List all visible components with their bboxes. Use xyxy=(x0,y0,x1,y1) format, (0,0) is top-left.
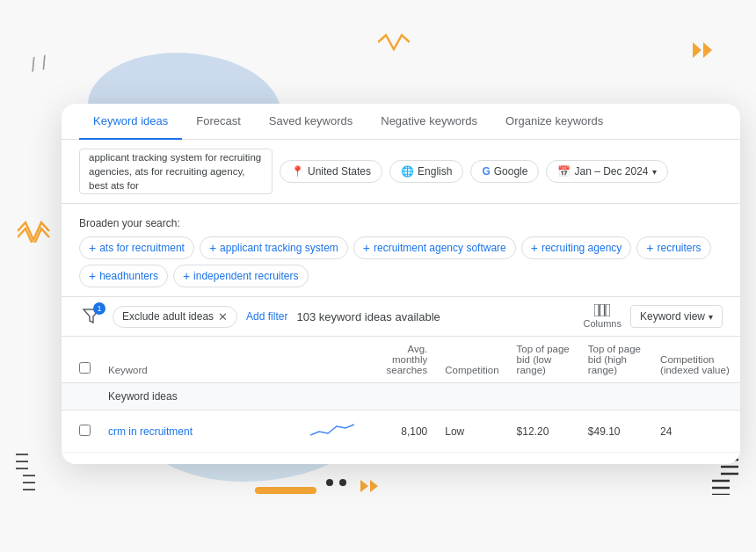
chip-recruitment-software[interactable]: + recruitment agency software xyxy=(353,236,516,259)
location-label: United States xyxy=(308,165,371,178)
keyword-cell: crm in recruitment xyxy=(99,410,302,453)
plus-icon: + xyxy=(531,241,538,255)
language-label: English xyxy=(418,165,452,178)
tabs-bar: Keyword ideas Forecast Saved keywords Ne… xyxy=(62,104,740,140)
tab-keyword-ideas[interactable]: Keyword ideas xyxy=(79,104,182,140)
section-label: Keyword ideas xyxy=(99,383,740,410)
keyword-view-button[interactable]: Keyword view ▾ xyxy=(630,305,723,328)
table-row: recruitment agency software 1,600 Low $1… xyxy=(62,453,740,465)
chip-independent-recruiters[interactable]: + independent recruiters xyxy=(173,265,309,287)
svg-rect-19 xyxy=(600,304,605,316)
tab-saved-keywords[interactable]: Saved keywords xyxy=(255,104,367,140)
deco-arrows-bottom xyxy=(360,480,389,496)
keyword-cell: recruitment agency software xyxy=(99,453,302,465)
chip-label: recruiters xyxy=(658,242,701,254)
chip-label: headhunters xyxy=(99,270,158,282)
date-filter[interactable]: 📅 Jan – Dec 2024 ▾ xyxy=(546,160,667,183)
filter-count: 1 xyxy=(93,302,105,315)
row-select-checkbox[interactable] xyxy=(79,425,91,436)
row-checkbox xyxy=(62,410,99,453)
deco-lines-right xyxy=(703,458,740,499)
location-icon: 📍 xyxy=(291,165,304,178)
calendar-icon: 📅 xyxy=(557,165,571,178)
columns-button[interactable]: Columns xyxy=(584,304,622,329)
plus-icon: + xyxy=(646,241,653,255)
toolbar-row: 1 Exclude adult ideas ✕ Add filter 103 k… xyxy=(62,297,740,337)
network-filter[interactable]: G Google xyxy=(470,160,539,183)
chip-ats-recruitment[interactable]: + ats for recruitment xyxy=(79,236,194,259)
bid-low-cell: $11.79 xyxy=(508,453,579,465)
ideas-count: 103 keyword ideas available xyxy=(296,310,574,323)
svg-point-15 xyxy=(339,479,346,486)
th-top-low[interactable]: Top of page bid (low range) xyxy=(508,337,579,383)
th-checkbox xyxy=(62,337,99,383)
bid-low-cell: $12.20 xyxy=(508,410,579,453)
exclude-adult-pill[interactable]: Exclude adult ideas ✕ xyxy=(113,306,237,328)
chip-label: applicant tracking system xyxy=(220,242,338,254)
deco-zigzag-left xyxy=(18,220,51,248)
competition-cell: Low xyxy=(436,410,507,453)
broaden-chips: + ats for recruitment + applicant tracki… xyxy=(79,236,723,287)
google-icon: G xyxy=(482,165,490,178)
chip-label: recruiting agency xyxy=(542,242,622,254)
th-comp-index[interactable]: Competition (indexed value) xyxy=(651,337,740,383)
chip-recruiting-agency[interactable]: + recruiting agency xyxy=(521,236,632,259)
plus-icon: + xyxy=(209,241,216,255)
bid-high-cell: $49.10 xyxy=(579,410,651,453)
deco-lines-left xyxy=(16,450,51,499)
chip-recruiters[interactable]: + recruiters xyxy=(636,236,710,259)
chip-label: recruitment agency software xyxy=(374,242,506,254)
svg-marker-0 xyxy=(693,42,701,58)
keyword-link[interactable]: crm in recruitment xyxy=(108,425,193,438)
deco-bar-bottom xyxy=(255,487,316,494)
th-competition[interactable]: Competition xyxy=(436,337,507,383)
deco-arrows-right xyxy=(693,42,721,62)
search-row: applicant tracking system for recruiting… xyxy=(62,140,740,204)
chip-label: independent recruiters xyxy=(193,270,298,282)
plus-icon: + xyxy=(89,269,96,283)
comp-index-cell: 24 xyxy=(651,410,740,453)
table-wrapper: Keyword Avg. monthly searches Competitio… xyxy=(62,337,740,464)
tab-organize-keywords[interactable]: Organize keywords xyxy=(491,104,617,140)
row-checkbox xyxy=(62,453,99,465)
table-header-row: Keyword Avg. monthly searches Competitio… xyxy=(62,337,740,383)
plus-icon: + xyxy=(363,241,370,255)
searches-cell: 1,600 xyxy=(363,453,436,465)
searches-cell: 8,100 xyxy=(363,410,436,453)
tab-negative-keywords[interactable]: Negative keywords xyxy=(367,104,491,140)
sparkline-chart xyxy=(310,461,354,464)
select-all-checkbox[interactable] xyxy=(79,362,91,374)
deco-zigzag-top xyxy=(378,33,410,55)
th-keyword: Keyword xyxy=(99,337,302,383)
add-filter-button[interactable]: Add filter xyxy=(246,310,287,323)
plus-icon: + xyxy=(89,241,96,255)
svg-marker-1 xyxy=(703,42,712,58)
chip-applicant-tracking[interactable]: + applicant tracking system xyxy=(200,236,348,259)
section-checkbox xyxy=(62,383,99,410)
section-row: Keyword ideas xyxy=(62,383,740,410)
broaden-row: Broaden your search: + ats for recruitme… xyxy=(62,204,740,297)
close-icon[interactable]: ✕ xyxy=(218,310,228,323)
search-box[interactable]: applicant tracking system for recruiting… xyxy=(79,149,273,194)
th-sort[interactable] xyxy=(302,337,363,383)
th-top-high[interactable]: Top of page bid (high range) xyxy=(579,337,651,383)
svg-rect-18 xyxy=(594,304,599,316)
th-avg-searches[interactable]: Avg. monthly searches xyxy=(363,337,436,383)
date-label: Jan – Dec 2024 xyxy=(574,165,648,178)
sparkline-chart xyxy=(310,419,354,440)
language-icon: 🌐 xyxy=(401,165,414,178)
exclude-label: Exclude adult ideas xyxy=(122,310,214,323)
comp-index-cell: 17 xyxy=(651,453,740,465)
language-filter[interactable]: 🌐 English xyxy=(389,160,463,183)
keywords-table: Keyword Avg. monthly searches Competitio… xyxy=(62,337,740,464)
svg-rect-20 xyxy=(606,304,610,316)
sparkline-cell xyxy=(302,410,363,453)
tab-forecast[interactable]: Forecast xyxy=(182,104,255,140)
broaden-label: Broaden your search: xyxy=(79,217,180,229)
filter-badge[interactable]: 1 xyxy=(79,304,104,329)
chip-headhunters[interactable]: + headhunters xyxy=(79,265,168,287)
chip-label: ats for recruitment xyxy=(99,242,185,254)
table-row: crm in recruitment 8,100 Low $12.20 $49.… xyxy=(62,410,740,453)
location-filter[interactable]: 📍 United States xyxy=(280,160,382,183)
sparkline-cell xyxy=(302,453,363,465)
